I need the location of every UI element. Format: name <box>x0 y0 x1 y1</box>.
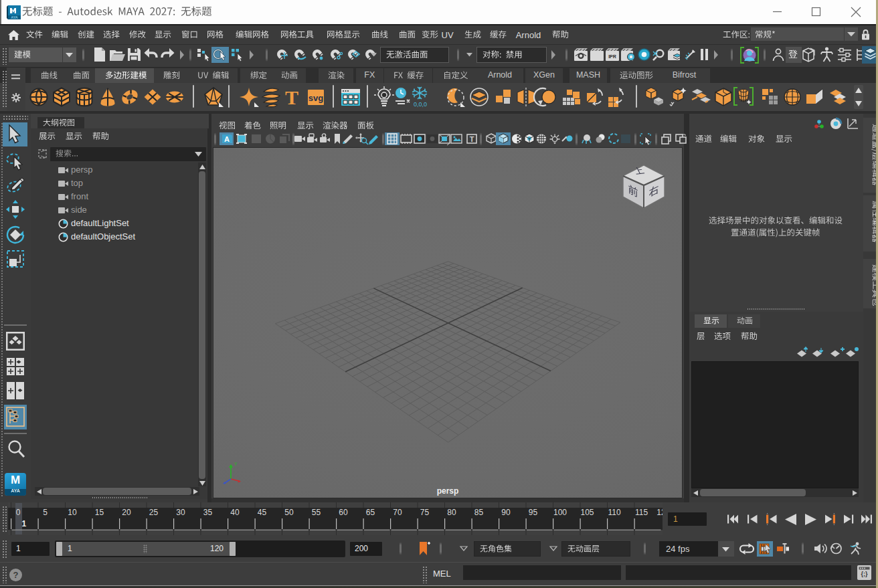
svg-text:80: 80 <box>447 508 456 517</box>
svg-text:40: 40 <box>230 508 240 517</box>
svg-text:AYA: AYA <box>11 15 18 19</box>
svg-text:IPR: IPR <box>608 54 616 59</box>
svg-text:15: 15 <box>95 508 104 517</box>
svg-text:100: 100 <box>553 508 567 517</box>
svg-text:30: 30 <box>176 508 185 517</box>
svg-text:T: T <box>285 86 298 108</box>
svg-text:{;}: {;} <box>861 571 867 577</box>
svg-text:T: T <box>470 135 474 143</box>
svg-text:65: 65 <box>366 508 375 517</box>
svg-text:75: 75 <box>420 508 430 517</box>
svg-text:90: 90 <box>501 508 511 517</box>
svg-text:55: 55 <box>312 508 321 517</box>
svg-text:12: 12 <box>656 508 663 517</box>
svg-text:Y: Y <box>234 462 238 466</box>
svg-text:110: 110 <box>608 508 620 517</box>
svg-text:0: 0 <box>16 508 21 517</box>
svg-text:85: 85 <box>474 508 484 517</box>
svg-text:60: 60 <box>339 508 348 517</box>
svg-text:10: 10 <box>68 508 77 517</box>
svg-text:0,0,0: 0,0,0 <box>414 101 427 108</box>
svg-text:105: 105 <box>580 508 594 517</box>
svg-text:5: 5 <box>43 508 48 517</box>
svg-text:45: 45 <box>258 508 267 517</box>
svg-text:35: 35 <box>203 508 213 517</box>
svg-text:95: 95 <box>529 508 538 517</box>
svg-text:A: A <box>224 135 230 143</box>
svg-text:115: 115 <box>635 508 648 517</box>
svg-text:20: 20 <box>122 508 131 517</box>
svg-text:50: 50 <box>284 508 294 517</box>
svg-text:25: 25 <box>149 508 159 517</box>
svg-text:svg: svg <box>309 93 323 103</box>
svg-text:70: 70 <box>393 508 402 517</box>
svg-text:1: 1 <box>22 519 27 528</box>
